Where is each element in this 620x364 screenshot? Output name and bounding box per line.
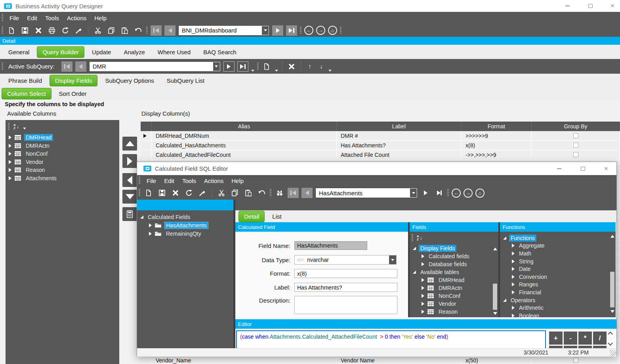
menu-item-tools[interactable]: Tools — [178, 176, 200, 186]
subquery-last-button[interactable] — [237, 61, 248, 72]
tree-item-display-fields[interactable]: Display Fields — [410, 244, 498, 252]
cut-button[interactable] — [92, 25, 103, 36]
expand-icon[interactable] — [9, 152, 11, 156]
home-button[interactable]: ⌂ — [475, 189, 485, 198]
panel-grip[interactable] — [8, 123, 10, 131]
tab-where-used[interactable]: Where Used — [153, 47, 196, 57]
maximize-button[interactable] — [581, 0, 600, 12]
table-row[interactable]: Vendor_Name Vendor Name x(50) — [141, 356, 620, 364]
dropdown-icon[interactable] — [213, 62, 220, 71]
save-button[interactable] — [156, 188, 167, 198]
scroll-down-icon[interactable] — [493, 312, 497, 315]
expand-icon[interactable] — [512, 244, 515, 248]
tab-phrase-build[interactable]: Phrase Build — [3, 75, 47, 86]
expand-icon[interactable] — [149, 223, 152, 227]
menu-item-file[interactable]: File — [143, 176, 160, 186]
menu-item-help[interactable]: Help — [90, 13, 111, 23]
new-button[interactable] — [6, 25, 17, 36]
expand-icon[interactable] — [9, 176, 11, 180]
scroll-up-icon[interactable] — [610, 235, 614, 238]
clear-button[interactable] — [73, 25, 84, 36]
column-header-alias[interactable]: Alias — [152, 122, 337, 131]
data-type-combo[interactable]: abc nvarchar — [294, 255, 397, 265]
move-down-column-button[interactable] — [122, 190, 137, 204]
dialog-minimize-button[interactable] — [549, 162, 569, 175]
delete-button[interactable] — [170, 188, 181, 198]
column-header-group-by[interactable]: Group By — [532, 122, 620, 131]
previous-record-button[interactable] — [301, 188, 313, 198]
next-record-button[interactable] — [420, 188, 431, 198]
expand-icon[interactable] — [9, 168, 11, 172]
sort-az-icon[interactable]: AZ ↓ — [417, 235, 422, 241]
paste-button[interactable] — [243, 188, 254, 198]
description-input[interactable] — [294, 296, 397, 314]
group-by-checkbox[interactable] — [573, 133, 578, 138]
expand-icon[interactable] — [422, 294, 424, 298]
cut-button[interactable] — [216, 188, 227, 198]
tree-item-dmractn[interactable]: DMRActn — [410, 284, 498, 292]
tree-item-hasattachments[interactable]: HasAttachments — [137, 221, 233, 229]
scrollbar-thumb[interactable] — [493, 284, 497, 310]
expand-icon[interactable] — [512, 252, 515, 255]
clear-button[interactable] — [197, 188, 208, 198]
subquery-previous-button[interactable] — [75, 61, 86, 72]
group-by-checkbox[interactable] — [573, 152, 578, 157]
overflow-dropdown-icon[interactable] — [251, 70, 254, 72]
add-column-button[interactable] — [122, 154, 137, 168]
close-button[interactable]: × — [604, 0, 620, 12]
tab-subquery-list[interactable]: SubQuery List — [162, 75, 210, 86]
home-button[interactable]: ⌂ — [328, 26, 337, 35]
expand-icon[interactable] — [422, 286, 424, 290]
tree-item-nonconf[interactable]: NonConf — [6, 150, 119, 158]
search-button[interactable] — [274, 188, 285, 198]
sort-dropdown-icon[interactable] — [23, 128, 26, 130]
scrollbar-thumb[interactable] — [610, 272, 614, 307]
subquery-combo[interactable]: DMR — [89, 61, 221, 72]
menu-item-edit[interactable]: Edit — [23, 13, 41, 23]
new-subquery-button[interactable] — [261, 61, 272, 72]
delete-subquery-button[interactable] — [286, 61, 297, 72]
menu-item-file[interactable]: File — [6, 13, 23, 23]
expand-icon[interactable] — [422, 254, 424, 258]
tab-column-select[interactable]: Column Select — [2, 88, 52, 99]
tab-analyze[interactable]: Analyze — [118, 47, 150, 57]
tree-item-dmractn[interactable]: DMRActn — [6, 142, 119, 150]
functions-scrollbar[interactable] — [610, 235, 615, 316]
tree-item-conversion[interactable]: Conversion — [500, 273, 616, 281]
expand-icon[interactable] — [9, 144, 11, 148]
operator-button-plus[interactable]: + — [549, 332, 563, 345]
toolbar-grip[interactable] — [139, 189, 140, 197]
menu-item-actions[interactable]: Actions — [63, 13, 90, 23]
editor-scrollbar[interactable] — [609, 332, 612, 345]
first-record-button[interactable] — [288, 188, 299, 198]
expand-icon[interactable] — [512, 290, 515, 294]
subquery-first-button[interactable] — [61, 61, 72, 72]
tree-item-date[interactable]: Date — [500, 265, 616, 273]
forward-button[interactable]: → — [316, 26, 325, 35]
scroll-down-icon[interactable] — [608, 341, 613, 346]
tree-item-vendor[interactable]: Vendor — [6, 158, 119, 166]
expand-icon[interactable] — [9, 160, 11, 164]
tree-item-math[interactable]: Math — [500, 250, 616, 257]
column-header-format[interactable]: Format — [462, 122, 532, 131]
menu-grip[interactable] — [139, 177, 140, 185]
menu-grip[interactable] — [2, 14, 3, 22]
tree-item-remainingqty[interactable]: RemainingQty — [137, 229, 233, 238]
record-combo[interactable]: HasAttachments — [315, 188, 418, 198]
group-by-checkbox[interactable] — [573, 143, 578, 148]
dropdown-icon[interactable] — [389, 255, 396, 264]
scroll-up-icon[interactable] — [493, 248, 497, 250]
print-button[interactable] — [46, 25, 57, 36]
tree-item-boolean[interactable]: Boolean — [500, 312, 616, 317]
tree-item-database-fields[interactable]: Database fields — [410, 260, 498, 268]
dialog-maximize-button[interactable] — [573, 162, 593, 175]
editor-textarea[interactable]: (case when Attachments.Calculated_Attach… — [236, 330, 546, 349]
previous-record-button[interactable] — [164, 25, 176, 36]
scroll-up-icon[interactable] — [608, 332, 613, 337]
back-button[interactable]: ← — [452, 189, 461, 198]
resize-grip[interactable] — [610, 350, 616, 356]
tree-item-string[interactable]: String — [500, 257, 616, 265]
menu-item-actions[interactable]: Actions — [200, 176, 227, 186]
tree-item-available-tables[interactable]: Available tables — [410, 268, 498, 276]
scroll-down-icon[interactable] — [610, 310, 614, 313]
